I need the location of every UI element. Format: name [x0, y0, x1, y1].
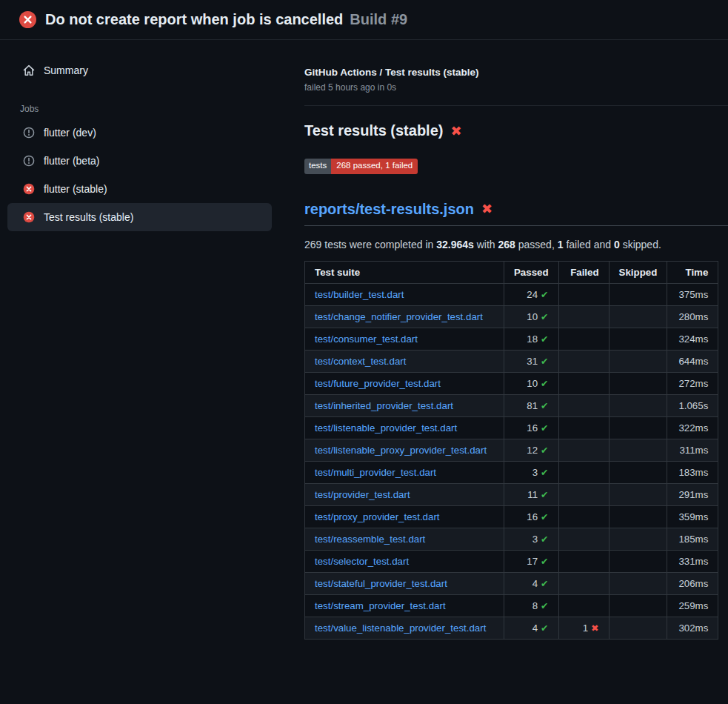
check-icon: ✔: [541, 601, 548, 611]
check-icon: ✔: [541, 423, 548, 434]
test-suite-link[interactable]: test/value_listenable_provider_test.dart: [315, 622, 486, 634]
passed-count: 81: [527, 400, 538, 411]
test-suite-link[interactable]: test/selector_test.dart: [315, 556, 409, 567]
failed-cell: [558, 594, 609, 617]
passed-count: 16: [527, 422, 538, 434]
skipped-cell: [609, 572, 667, 594]
neutral-status-icon: [23, 155, 35, 167]
summary-passed-count: 268: [498, 239, 515, 250]
test-suite-link[interactable]: test/stateful_provider_test.dart: [315, 578, 447, 589]
test-suite-link[interactable]: test/change_notifier_provider_test.dart: [315, 311, 483, 322]
time-cell: 206ms: [667, 572, 718, 594]
table-row: test/stream_provider_test.dart8✔259ms: [305, 594, 718, 617]
suite-cell: test/inherited_provider_test.dart: [305, 394, 504, 416]
test-suite-link[interactable]: test/consumer_test.dart: [315, 333, 418, 345]
divider: [304, 105, 728, 106]
job-label: Test results (stable): [44, 211, 133, 223]
home-icon: [23, 64, 35, 76]
table-row: test/future_provider_test.dart10✔272ms: [305, 372, 718, 394]
failed-cell: [558, 416, 609, 439]
sidebar-item-test-results-stable[interactable]: Test results (stable): [7, 203, 272, 231]
suite-cell: test/selector_test.dart: [305, 550, 504, 572]
passed-count: 10: [527, 378, 538, 389]
time-cell: 183ms: [667, 461, 718, 483]
skipped-cell: [609, 528, 667, 550]
failed-cell: [558, 439, 609, 461]
sidebar-item-flutter-dev[interactable]: flutter (dev): [7, 119, 272, 147]
test-suite-link[interactable]: test/future_provider_test.dart: [315, 378, 441, 389]
failed-cell: [558, 572, 609, 594]
check-icon: ✔: [541, 356, 548, 367]
check-icon: ✔: [541, 334, 548, 345]
time-cell: 324ms: [667, 328, 718, 350]
summary-text: skipped.: [620, 239, 661, 250]
sidebar-item-flutter-beta[interactable]: flutter (beta): [7, 147, 272, 175]
job-label: flutter (beta): [44, 155, 99, 167]
passed-cell: 8✔: [504, 594, 559, 617]
test-results-table: Test suite Passed Failed Skipped Time te…: [304, 261, 718, 640]
time-cell: 359ms: [667, 505, 718, 528]
jobs-heading: Jobs: [20, 104, 272, 114]
failed-cell: [558, 394, 609, 416]
check-icon: ✔: [541, 557, 548, 567]
test-suite-link[interactable]: test/multi_provider_test.dart: [315, 467, 436, 478]
time-cell: 259ms: [667, 594, 718, 617]
skipped-cell: [609, 550, 667, 572]
page-title: Do not create report when job is cancell…: [45, 11, 407, 28]
skipped-cell: [609, 328, 667, 350]
passed-cell: 18✔: [504, 328, 559, 350]
skipped-cell: [609, 416, 667, 439]
test-suite-link[interactable]: test/inherited_provider_test.dart: [315, 400, 453, 411]
skipped-cell: [609, 439, 667, 461]
badge-label: tests: [304, 159, 331, 174]
table-row: test/value_listenable_provider_test.dart…: [305, 617, 718, 639]
sidebar-item-summary[interactable]: Summary: [7, 56, 272, 84]
failed-cell: [558, 328, 609, 350]
report-file-link[interactable]: reports/test-results.json: [304, 201, 474, 218]
column-header-time: Time: [667, 261, 718, 283]
failed-cell: [558, 483, 609, 505]
passed-count: 17: [527, 556, 538, 567]
check-icon: ✔: [541, 445, 548, 456]
failed-cell: [558, 305, 609, 328]
badge-value: 268 passed, 1 failed: [331, 159, 418, 174]
suite-cell: test/future_provider_test.dart: [305, 372, 504, 394]
main-content: GitHub Actions / Test results (stable) f…: [284, 40, 728, 640]
skipped-cell: [609, 505, 667, 528]
test-suite-link[interactable]: test/provider_test.dart: [315, 489, 410, 500]
table-header-row: Test suite Passed Failed Skipped Time: [305, 261, 718, 283]
test-suite-link[interactable]: test/builder_test.dart: [315, 289, 404, 300]
skipped-cell: [609, 594, 667, 617]
table-row: test/listenable_proxy_provider_test.dart…: [305, 439, 718, 461]
sidebar: Summary Jobs flutter (dev): [0, 40, 284, 231]
test-suite-link[interactable]: test/proxy_provider_test.dart: [315, 511, 440, 522]
test-suite-link[interactable]: test/listenable_provider_test.dart: [315, 422, 457, 434]
table-row: test/context_test.dart31✔644ms: [305, 350, 718, 372]
passed-cell: 16✔: [504, 505, 559, 528]
sidebar-item-flutter-stable[interactable]: flutter (stable): [7, 175, 272, 203]
test-suite-link[interactable]: test/reassemble_test.dart: [315, 534, 425, 545]
failed-cell: [558, 283, 609, 305]
sidebar-summary-label: Summary: [44, 64, 88, 76]
suite-cell: test/builder_test.dart: [305, 283, 504, 305]
summary-failed-count: 1: [558, 239, 564, 250]
build-number: Build #9: [350, 11, 407, 28]
time-cell: 375ms: [667, 283, 718, 305]
check-icon: ✔: [541, 534, 548, 545]
skipped-cell: [609, 305, 667, 328]
test-suite-link[interactable]: test/context_test.dart: [315, 356, 406, 367]
passed-cell: 16✔: [504, 416, 559, 439]
test-suite-link[interactable]: test/stream_provider_test.dart: [315, 600, 446, 611]
check-icon: ✔: [541, 579, 548, 589]
time-cell: 322ms: [667, 416, 718, 439]
passed-count: 4: [532, 578, 538, 589]
passed-count: 8: [532, 600, 538, 611]
check-run-header: Do not create report when job is cancell…: [0, 0, 728, 40]
suite-cell: test/stateful_provider_test.dart: [305, 572, 504, 594]
skipped-cell: [609, 372, 667, 394]
test-suite-link[interactable]: test/listenable_proxy_provider_test.dart: [315, 445, 487, 456]
suite-cell: test/multi_provider_test.dart: [305, 461, 504, 483]
summary-text: failed and: [564, 239, 615, 250]
suite-cell: test/consumer_test.dart: [305, 328, 504, 350]
table-row: test/selector_test.dart17✔331ms: [305, 550, 718, 572]
